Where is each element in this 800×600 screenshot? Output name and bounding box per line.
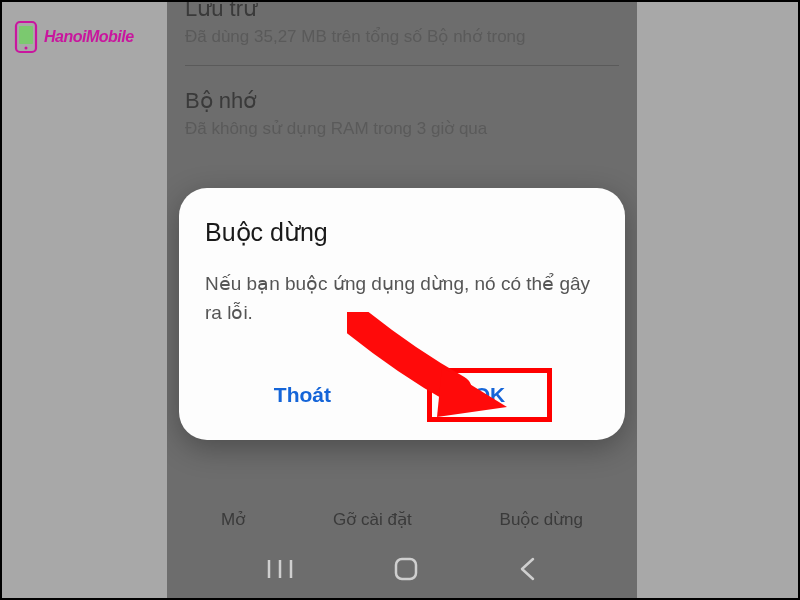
phone-screen: Lưu trữ Đã dùng 35,27 MB trên tổng số Bộ… xyxy=(167,2,637,598)
uninstall-action: Gỡ cài đặt xyxy=(333,509,412,530)
svg-point-2 xyxy=(25,47,28,50)
home-icon[interactable] xyxy=(393,556,419,582)
memory-row: Bộ nhớ Đã không sử dụng RAM trong 3 giờ … xyxy=(185,66,619,157)
phone-logo-icon xyxy=(12,20,40,54)
memory-subtitle: Đã không sử dụng RAM trong 3 giờ qua xyxy=(185,118,619,139)
settings-background: Lưu trữ Đã dùng 35,27 MB trên tổng số Bộ… xyxy=(167,2,637,157)
dialog-title: Buộc dừng xyxy=(205,218,599,247)
force-stop-dialog: Buộc dừng Nếu bạn buộc ứng dụng dừng, nó… xyxy=(179,188,625,440)
svg-rect-7 xyxy=(396,559,416,579)
cancel-button[interactable]: Thoát xyxy=(252,371,353,419)
force-stop-action: Buộc dừng xyxy=(500,509,583,530)
navigation-bar xyxy=(167,540,637,598)
svg-rect-1 xyxy=(19,26,33,44)
watermark-logo: HanoiMobile xyxy=(12,20,134,54)
dialog-message: Nếu bạn buộc ứng dụng dừng, nó có thể gâ… xyxy=(205,269,599,328)
back-icon[interactable] xyxy=(518,556,538,582)
storage-row: Lưu trữ Đã dùng 35,27 MB trên tổng số Bộ… xyxy=(185,2,619,66)
ok-button[interactable]: OK xyxy=(427,368,553,422)
recents-icon[interactable] xyxy=(266,558,294,580)
memory-title: Bộ nhớ xyxy=(185,78,619,114)
storage-title: Lưu trữ xyxy=(185,2,619,22)
storage-subtitle: Đã dùng 35,27 MB trên tổng số Bộ nhớ tro… xyxy=(185,26,619,47)
dialog-button-row: Thoát OK xyxy=(205,368,599,422)
open-action: Mở xyxy=(221,509,245,530)
app-action-row: Mở Gỡ cài đặt Buộc dừng xyxy=(167,509,637,530)
watermark-text: HanoiMobile xyxy=(44,28,134,46)
